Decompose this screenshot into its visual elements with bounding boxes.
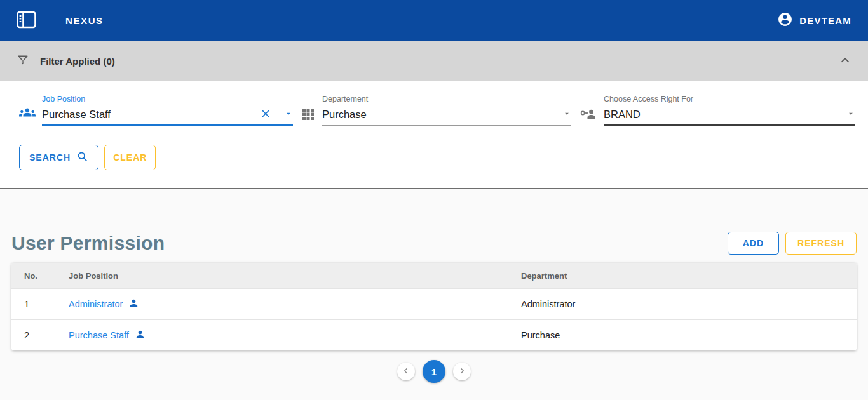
pagination: 1 (0, 360, 868, 383)
job-position-value: Purchase Staff (42, 109, 256, 121)
clear-job-position-button[interactable] (256, 108, 275, 121)
department-input[interactable]: Purchase (322, 107, 571, 126)
table-row[interactable]: 2 Purchase Staff Purchase (11, 319, 857, 350)
search-button-label: SEARCH (29, 152, 71, 163)
brand-title: NEXUS (65, 15, 104, 26)
job-position-label: Job Position (42, 95, 293, 103)
row-number: 2 (24, 330, 69, 340)
caret-down-icon (284, 109, 293, 120)
job-position-link-label: Purchase Staff (69, 330, 129, 340)
filter-fields-row: Job Position Purchase Staff (19, 95, 849, 126)
table-row[interactable]: 1 Administrator Administrator (11, 288, 857, 319)
app-bar: NEXUS DEVTEAM (0, 0, 868, 41)
access-right-field: Choose Access Right For BRAND (604, 95, 855, 126)
department-cell: Administrator (521, 299, 844, 309)
section-header: User Permission ADD REFRESH (11, 232, 857, 255)
job-position-input[interactable]: Purchase Staff (42, 107, 293, 126)
user-name: DEVTEAM (799, 15, 851, 26)
refresh-button[interactable]: REFRESH (785, 232, 857, 255)
account-circle-icon (777, 11, 793, 30)
row-number: 1 (24, 299, 69, 309)
department-field: Departement Purchase (322, 95, 571, 126)
search-icon (76, 150, 88, 164)
filter-actions: SEARCH CLEAR (19, 145, 849, 170)
clear-button[interactable]: CLEAR (104, 145, 156, 170)
add-button[interactable]: ADD (728, 232, 779, 255)
job-position-link[interactable]: Administrator (69, 298, 521, 310)
close-x-icon (260, 108, 271, 121)
caret-down-icon (562, 109, 571, 120)
clear-button-label: CLEAR (113, 152, 147, 163)
next-page-button[interactable] (453, 363, 471, 380)
department-grid-icon (302, 108, 315, 121)
column-header-no: No. (24, 271, 69, 281)
filter-panel: Job Position Purchase Staff (0, 81, 868, 189)
user-permission-table: No. Job Position Department 1 Administra… (11, 263, 857, 350)
filter-applied-bar[interactable]: Filter Applied (0) (0, 41, 868, 81)
sidebar-toggle-icon (17, 11, 36, 30)
department-label: Departement (322, 95, 571, 103)
people-group-icon (19, 104, 36, 121)
filter-applied-label: Filter Applied (0) (40, 56, 115, 67)
access-right-label: Choose Access Right For (604, 95, 855, 103)
add-button-label: ADD (743, 238, 764, 248)
column-header-job-position: Job Position (69, 271, 521, 281)
column-header-department: Department (521, 271, 844, 281)
search-button[interactable]: SEARCH (19, 145, 98, 170)
caret-down-icon (846, 109, 855, 120)
previous-page-button[interactable] (397, 363, 415, 380)
sidebar-toggle-button[interactable] (17, 11, 36, 30)
page-title: User Permission (11, 232, 728, 254)
access-right-input[interactable]: BRAND (604, 107, 855, 126)
refresh-button-label: REFRESH (797, 238, 844, 248)
job-position-link-label: Administrator (69, 299, 123, 309)
person-icon (128, 298, 139, 310)
department-value: Purchase (322, 109, 553, 121)
collapse-filter-button[interactable] (839, 54, 851, 69)
page-1-button[interactable]: 1 (423, 360, 445, 383)
chevron-left-icon (402, 366, 410, 377)
person-icon (135, 329, 146, 342)
chevron-right-icon (458, 366, 466, 377)
key-person-icon (580, 107, 596, 121)
job-position-dropdown-button[interactable] (275, 109, 293, 120)
department-cell: Purchase (521, 330, 844, 340)
access-right-value: BRAND (604, 109, 837, 121)
job-position-link[interactable]: Purchase Staff (69, 329, 521, 342)
department-dropdown-button[interactable] (553, 109, 571, 120)
job-position-field: Job Position Purchase Staff (42, 95, 293, 126)
filter-funnel-icon (17, 53, 29, 69)
table-header-row: No. Job Position Department (11, 263, 857, 288)
access-right-dropdown-button[interactable] (837, 109, 855, 120)
chevron-up-icon (839, 54, 851, 69)
user-menu[interactable]: DEVTEAM (777, 11, 851, 30)
main-content: User Permission ADD REFRESH No. Job Posi… (0, 232, 868, 383)
